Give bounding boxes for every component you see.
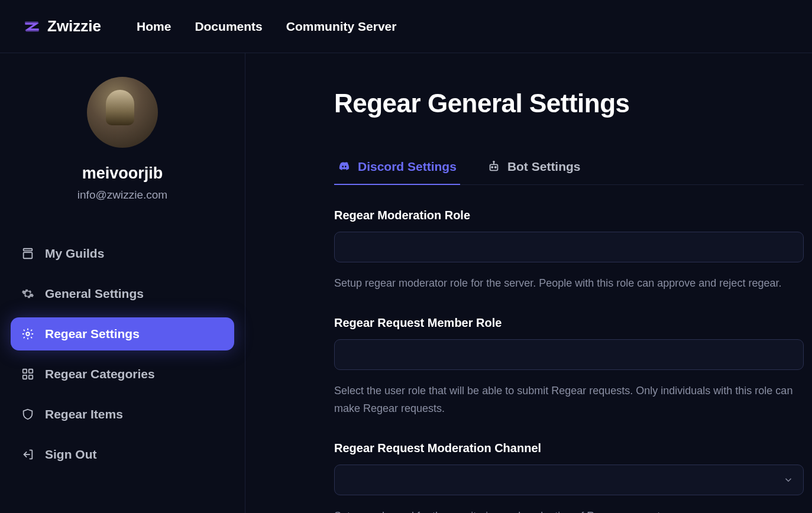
field-moderation-channel: Regear Request Moderation Channel Set up… [334,441,804,513]
nav-links: Home Documents Community Server [137,20,396,34]
sidebar-item-my-guilds[interactable]: My Guilds [11,237,234,270]
bot-icon [487,160,500,173]
cog-icon [21,327,34,340]
sidebar-item-label: Regear Settings [45,327,140,341]
sidebar-item-label: Regear Categories [45,367,155,381]
nav-link-community-server[interactable]: Community Server [286,20,397,34]
shield-icon [21,408,34,421]
moderation-channel-select[interactable] [334,465,804,495]
moderation-role-input[interactable] [334,232,804,262]
tab-label: Bot Settings [507,160,581,174]
gear-icon [21,287,34,300]
svg-point-9 [491,167,493,168]
signout-icon [21,448,34,461]
grid-icon [21,368,34,381]
svg-rect-0 [24,249,33,251]
stack-icon [21,247,34,260]
sidebar-item-regear-categories[interactable]: Regear Categories [11,358,234,391]
avatar[interactable] [87,77,158,148]
svg-rect-4 [29,369,33,373]
discord-icon [338,160,351,173]
svg-rect-3 [23,369,27,373]
sidebar-item-label: Regear Items [45,407,123,421]
field-label: Regear Moderation Role [334,209,804,222]
sidebar-item-regear-items[interactable]: Regear Items [11,398,234,431]
tabs: Discord Settings Bot Settings [334,160,804,185]
brand-logo-icon [24,18,40,35]
main-content: Regear General Settings Discord Settings [245,53,812,513]
tab-bot-settings[interactable]: Bot Settings [484,160,584,184]
field-member-role: Regear Request Member Role Select the us… [334,316,804,418]
field-label: Regear Request Member Role [334,316,804,330]
field-help: Set up a channel for the monitoring and … [334,507,804,513]
svg-point-10 [495,167,496,168]
sidebar-item-regear-settings[interactable]: Regear Settings [11,317,234,350]
svg-point-2 [26,332,30,336]
sidebar-item-label: Sign Out [45,447,97,462]
sidebar-item-label: General Settings [45,287,144,301]
field-help: Select the user role that will be able t… [334,382,804,418]
field-moderation-role: Regear Moderation Role Setup regear mode… [334,209,804,293]
sidebar: meivoorjib info@zwizzie.com My Guilds [0,53,245,513]
brand[interactable]: Zwizzie [24,17,101,35]
tab-label: Discord Settings [358,160,457,174]
member-role-input[interactable] [334,339,804,370]
side-menu: My Guilds General Settings Regear S [11,237,234,471]
tab-discord-settings[interactable]: Discord Settings [334,160,460,184]
page-title: Regear General Settings [334,89,804,118]
svg-rect-1 [24,252,33,258]
field-label: Regear Request Moderation Channel [334,441,804,455]
svg-point-8 [493,161,494,163]
field-help: Setup regear moderator role for the serv… [334,274,804,293]
sidebar-item-sign-out[interactable]: Sign Out [11,438,234,471]
chevron-down-icon [783,475,794,485]
nav-link-documents[interactable]: Documents [195,20,262,34]
svg-rect-6 [29,375,33,379]
user-email: info@zwizzie.com [77,189,167,202]
nav-link-home[interactable]: Home [137,20,171,34]
brand-name: Zwizzie [47,17,101,35]
username: meivoorjib [82,164,163,183]
sidebar-item-label: My Guilds [45,246,104,261]
top-nav: Zwizzie Home Documents Community Server [0,0,812,53]
svg-rect-5 [23,375,27,379]
sidebar-item-general-settings[interactable]: General Settings [11,277,234,310]
